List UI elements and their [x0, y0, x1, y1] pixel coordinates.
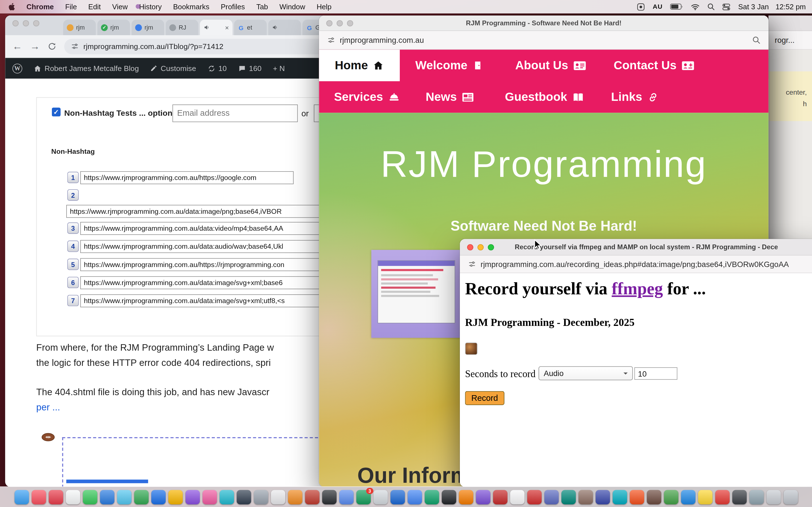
dock-app-icon[interactable]: [510, 490, 524, 504]
dock-app-icon[interactable]: [305, 490, 319, 504]
url-test-button-6[interactable]: 6: [67, 277, 79, 288]
wp-updates-link[interactable]: 10: [207, 64, 227, 72]
menu-item[interactable]: View: [112, 3, 128, 11]
menu-item[interactable]: File: [65, 3, 77, 11]
url-test-button-3[interactable]: 3: [67, 223, 79, 234]
url-test-field-3[interactable]: [80, 222, 360, 235]
dock-app-icon[interactable]: [100, 490, 114, 504]
dock-app-icon[interactable]: [527, 490, 541, 504]
zoom-window-button[interactable]: [33, 20, 40, 26]
apple-menu[interactable]: [8, 3, 15, 11]
dock-app-icon[interactable]: [219, 490, 234, 504]
nav-item-services[interactable]: Services: [334, 81, 400, 113]
dock-app-icon[interactable]: [766, 490, 780, 504]
rjm-address-bar[interactable]: rjmprogramming.com.au: [319, 31, 768, 50]
dock-app-icon[interactable]: [476, 490, 490, 504]
record-button[interactable]: Record: [465, 391, 504, 405]
dock-app-icon[interactable]: [31, 490, 46, 504]
url-test-field-6[interactable]: [80, 276, 360, 289]
dock-app-icon[interactable]: [253, 490, 268, 504]
dock-app-icon[interactable]: [680, 490, 695, 504]
browser-tab[interactable]: ✓ rjm: [97, 20, 130, 35]
dock-app-icon[interactable]: [424, 490, 439, 504]
wp-site-link[interactable]: Robert James Metcalfe Blog: [34, 64, 139, 72]
dock-app-icon[interactable]: [698, 490, 712, 504]
url-test-button-5[interactable]: 5: [67, 259, 79, 270]
dock-app-icon[interactable]: [749, 490, 763, 504]
dock-app-icon[interactable]: [117, 490, 131, 504]
site-settings-icon[interactable]: [71, 43, 79, 50]
dock-app-icon[interactable]: 3: [356, 490, 370, 504]
minimize-window-button[interactable]: [23, 20, 29, 26]
browser-tab[interactable]: G et: [234, 20, 267, 35]
minimize-window-button[interactable]: [477, 244, 484, 250]
menu-item[interactable]: Tab: [256, 3, 268, 11]
non-hashtag-checkbox[interactable]: ✓: [52, 108, 61, 116]
dock-app-icon[interactable]: [271, 490, 285, 504]
browser-tab-active[interactable]: ×: [200, 20, 233, 35]
site-settings-icon[interactable]: [468, 260, 476, 268]
nav-item-links[interactable]: Links: [611, 81, 659, 113]
dock-app-icon[interactable]: [664, 490, 678, 504]
dock-app-icon[interactable]: [65, 490, 80, 504]
dock-app-icon[interactable]: [493, 490, 507, 504]
reload-button[interactable]: [48, 42, 56, 51]
menu-bar-clock[interactable]: Sat 3 Jan 12:52 pm: [738, 3, 806, 11]
url-test-field-4[interactable]: [80, 240, 360, 253]
dock-app-icon[interactable]: [322, 490, 336, 504]
dock-app-icon[interactable]: [134, 490, 148, 504]
dock-app-icon[interactable]: [14, 490, 29, 504]
dock-app-icon[interactable]: [168, 490, 183, 504]
control-center-icon[interactable]: [723, 3, 730, 11]
photo-thumbnail[interactable]: [465, 342, 477, 355]
url-test-field-5[interactable]: [80, 258, 360, 271]
recording-window-titlebar[interactable]: Record yourself via ffmpeg and MAMP on l…: [460, 239, 812, 256]
media-type-select[interactable]: Audio: [539, 366, 633, 380]
dock-app-icon[interactable]: [561, 490, 575, 504]
spotlight-search-icon[interactable]: [708, 3, 715, 10]
background-window-titlebar[interactable]: [769, 15, 812, 31]
nav-item-news[interactable]: News: [426, 81, 474, 113]
window-controls[interactable]: [12, 20, 40, 26]
url-test-button-7[interactable]: 7: [67, 295, 79, 306]
app-menu-chrome[interactable]: Chrome: [27, 3, 54, 11]
input-source-indicator[interactable]: AU: [653, 3, 663, 10]
menu-item[interactable]: History: [139, 3, 162, 11]
url-test-field-1[interactable]: [80, 171, 294, 184]
dock-app-icon[interactable]: [339, 490, 353, 504]
browser-tab[interactable]: RJ: [166, 20, 199, 35]
dock-app-icon[interactable]: [595, 490, 610, 504]
dock-app-icon[interactable]: [288, 490, 302, 504]
close-window-button[interactable]: [12, 20, 18, 26]
wifi-icon[interactable]: [691, 3, 700, 10]
close-window-button[interactable]: [467, 244, 473, 250]
nav-item-contact-us[interactable]: Contact Us: [614, 50, 695, 81]
dock-app-icon[interactable]: [715, 490, 729, 504]
ffmpeg-link[interactable]: ffmpeg: [612, 279, 663, 298]
url-test-field-2[interactable]: [66, 205, 356, 218]
dock-app-icon[interactable]: [442, 490, 456, 504]
window-controls[interactable]: [467, 244, 494, 250]
url-test-field-7[interactable]: [80, 294, 360, 307]
recording-address-bar[interactable]: rjmprogramming.com.au/recording_ideas.ph…: [460, 256, 812, 273]
menu-item[interactable]: Edit: [88, 3, 101, 11]
browser-tab[interactable]: [268, 20, 301, 35]
wp-new-link[interactable]: + N: [273, 64, 285, 72]
per-link[interactable]: per ...: [36, 400, 60, 415]
rjm-window-titlebar[interactable]: RJM Programming - Software Need Not Be H…: [319, 15, 768, 31]
battery-icon[interactable]: [670, 4, 683, 10]
dock-app-icon[interactable]: [202, 490, 216, 504]
dock-app-icon[interactable]: [629, 490, 644, 504]
page-zoom-icon[interactable]: [753, 36, 760, 44]
tab-close-icon[interactable]: ×: [225, 24, 229, 32]
wp-comments-link[interactable]: 160: [238, 64, 261, 72]
forward-button[interactable]: →: [30, 41, 40, 51]
dock-app-icon[interactable]: [407, 490, 422, 504]
back-button[interactable]: ←: [12, 41, 22, 51]
dock-app-icon[interactable]: [612, 490, 627, 504]
url-test-button-2[interactable]: 2: [67, 189, 79, 201]
dock-app-icon[interactable]: [373, 490, 388, 504]
menu-item[interactable]: Profiles: [221, 3, 245, 11]
site-settings-icon[interactable]: [327, 36, 335, 44]
nav-item-guestbook[interactable]: Guestbook: [505, 81, 584, 113]
